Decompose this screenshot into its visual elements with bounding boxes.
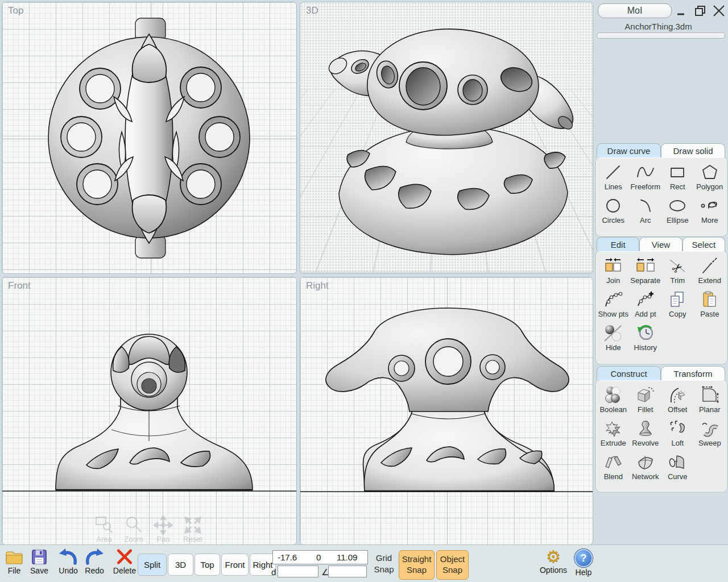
tool-offset[interactable]: Offset — [661, 383, 694, 417]
file-button[interactable]: File — [3, 548, 25, 575]
file-label: File — [8, 566, 21, 575]
coord-x: -17.6 — [278, 552, 297, 562]
reset-button[interactable]: Reset — [182, 516, 204, 543]
restore-icon — [694, 5, 706, 17]
options-button[interactable]: ⚙ Options — [537, 548, 570, 575]
model-3d-view[interactable] — [300, 2, 593, 273]
tool-history[interactable]: History — [630, 321, 662, 355]
tool-paste[interactable]: Paste — [694, 288, 726, 321]
nav-label-pan: Pan — [156, 535, 169, 543]
save-button[interactable]: Save — [28, 548, 50, 575]
tool-label: Show pts — [598, 310, 628, 318]
restore-button[interactable] — [693, 4, 707, 18]
angle-input[interactable] — [328, 566, 367, 577]
tab-edit[interactable]: Edit — [597, 237, 639, 251]
tool-network[interactable]: Network — [630, 450, 662, 484]
tool-freeform[interactable]: Freeform — [630, 160, 662, 194]
progress-bar — [597, 32, 725, 39]
tool-revolve[interactable]: Revolve — [630, 417, 662, 450]
document-filename: AnchorThing.3dm — [593, 22, 723, 31]
tab-construct[interactable]: Construct — [597, 366, 661, 380]
tool-more[interactable]: More — [694, 194, 726, 227]
tool-extrude[interactable]: Extrude — [597, 417, 630, 450]
delete-button[interactable]: Delete — [111, 548, 138, 575]
help-label: Help — [576, 568, 592, 577]
tab-draw-solid[interactable]: Draw solid — [661, 143, 725, 157]
distance-label: d — [271, 567, 276, 577]
tool-curve[interactable]: Curve — [661, 450, 694, 484]
view-button-top[interactable]: Top — [195, 554, 220, 576]
tool-separate[interactable]: Separate — [630, 254, 662, 288]
boolean-spheres-icon — [603, 386, 623, 404]
pan-button[interactable]: Pan — [152, 516, 174, 543]
model-right-view[interactable] — [300, 277, 593, 544]
view-button-3d[interactable]: 3D — [168, 554, 193, 576]
tool-ellipse[interactable]: Ellipse — [661, 194, 694, 227]
tool-add-pt[interactable]: Add pt — [630, 288, 662, 321]
tool-loft[interactable]: Loft — [661, 417, 694, 450]
polygon-icon — [701, 163, 719, 181]
options-label: Options — [540, 566, 567, 575]
viewport-front[interactable]: Front Area Zoom — [2, 277, 297, 545]
show-points-icon — [603, 290, 623, 309]
tool-join[interactable]: Join — [597, 254, 630, 288]
straight-snap-toggle[interactable]: Straight Snap — [399, 550, 435, 580]
tool-blend[interactable]: Blend — [597, 450, 630, 484]
join-icon — [603, 257, 623, 275]
extrude-star-icon — [603, 419, 623, 438]
tab-select[interactable]: Select — [682, 237, 725, 251]
undo-button[interactable]: Undo — [56, 547, 81, 575]
viewport-top[interactable]: Top — [2, 2, 297, 274]
paste-clipboard-icon — [701, 290, 719, 309]
help-button[interactable]: ? Help — [572, 549, 595, 577]
tab-view[interactable]: View — [639, 237, 682, 251]
tool-trim[interactable]: ✂ Trim — [661, 254, 694, 288]
sweep-icon — [700, 419, 719, 438]
tool-circles[interactable]: Circles — [597, 194, 630, 227]
extend-icon — [701, 257, 719, 275]
view-button-group: Split 3D Top Front Right — [138, 554, 276, 576]
distance-input[interactable] — [278, 566, 318, 577]
zoom-button[interactable]: Zoom — [123, 516, 144, 543]
tab-draw-curve[interactable]: Draw curve — [597, 143, 661, 157]
tool-label: Offset — [668, 405, 687, 414]
tool-rect[interactable]: Rect — [661, 160, 694, 194]
grid-snap-toggle[interactable]: Grid Snap — [371, 552, 397, 575]
view-button-split[interactable]: Split — [138, 554, 167, 576]
viewport-label-3d: 3D — [306, 5, 318, 16]
area-zoom-button[interactable]: Area — [93, 516, 115, 543]
tool-label: History — [634, 343, 657, 352]
circles-icon — [604, 197, 622, 215]
network-icon — [636, 453, 655, 471]
tool-lines[interactable]: Lines — [597, 160, 630, 194]
tool-arc[interactable]: Arc — [630, 194, 662, 227]
tool-show-pts[interactable]: Show pts — [597, 288, 630, 321]
separate-icon — [636, 257, 655, 275]
redo-button[interactable]: Redo — [82, 547, 107, 575]
curve-icon — [668, 453, 687, 471]
tool-label: Join — [606, 276, 620, 285]
tool-fillet[interactable]: Fillet — [630, 383, 662, 417]
viewport-right[interactable]: Right — [300, 277, 593, 545]
model-top-view[interactable] — [2, 2, 296, 273]
tool-hide[interactable]: Hide — [597, 321, 630, 355]
tool-copy[interactable]: Copy — [661, 288, 694, 321]
close-button[interactable] — [712, 4, 726, 18]
delete-x-icon — [115, 548, 134, 566]
viewport-label-right: Right — [306, 280, 329, 292]
minimize-button[interactable] — [675, 4, 688, 18]
tool-polygon[interactable]: Polygon — [694, 160, 726, 194]
arc-icon — [636, 197, 655, 215]
tool-extend[interactable]: Extend — [694, 254, 726, 288]
tool-planar[interactable]: Planar — [694, 383, 726, 417]
model-front-view[interactable] — [2, 277, 296, 544]
viewport-3d[interactable]: 3D — [300, 2, 593, 274]
tab-transform[interactable]: Transform — [661, 366, 725, 380]
coordinate-readout[interactable]: -17.6 0 11.09 — [272, 550, 368, 564]
tool-boolean[interactable]: Boolean — [597, 383, 630, 417]
app-menu-button[interactable]: MoI — [598, 3, 672, 18]
tool-label: Revolve — [632, 439, 659, 447]
object-snap-toggle[interactable]: Object Snap — [436, 550, 469, 580]
tool-sweep[interactable]: Sweep — [694, 417, 726, 450]
view-button-front[interactable]: Front — [221, 554, 249, 576]
